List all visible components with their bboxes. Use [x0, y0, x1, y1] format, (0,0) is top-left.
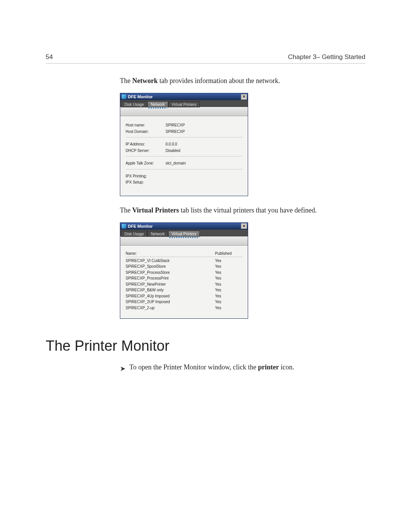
- toolstrip: [120, 107, 248, 116]
- arrow-icon: ➤: [120, 363, 126, 374]
- page-number: 54: [46, 53, 53, 61]
- tab-disk-usage[interactable]: Disk Usage: [121, 231, 147, 237]
- dfe-monitor-window-network: DFE Monitor ✕ Disk Usage Network Virtual…: [120, 93, 248, 196]
- network-panel: Host name:SPIRECXP Host Domain:SPIRECXP …: [120, 116, 248, 196]
- label: IP Address:: [126, 141, 166, 148]
- row-appletalk-zone: Apple Talk Zone:stcl_domain: [126, 160, 242, 167]
- vp-published: Yes: [215, 287, 242, 293]
- section-heading: The Printer Monitor: [46, 338, 365, 354]
- row-host-name: Host name:SPIRECXP: [126, 122, 242, 129]
- close-button[interactable]: ✕: [241, 223, 247, 229]
- titlebar: DFE Monitor ✕: [120, 223, 248, 230]
- vp-published: Yes: [215, 293, 242, 299]
- vp-published: Yes: [215, 275, 242, 281]
- value: stcl_domain: [166, 160, 242, 167]
- tab-virtual-printers[interactable]: Virtual Printers: [168, 101, 200, 107]
- value: SPIRECXP: [166, 122, 242, 129]
- vp-name: SPIRECXP_2-up: [126, 305, 215, 311]
- row-ipx-setup: IPX Setup:: [126, 179, 242, 186]
- tab-bar: Disk Usage Network Virtual Printers: [120, 230, 248, 236]
- label: Apple Talk Zone:: [126, 160, 166, 167]
- label: Host Domain:: [126, 129, 166, 135]
- vp-published: Yes: [215, 299, 242, 305]
- vp-name: SPIRECXP_SpoolStore: [126, 264, 215, 270]
- vp-name: SPIRECXP_ProcessPrint: [126, 275, 215, 281]
- chapter-title: Chapter 3– Getting Started: [288, 53, 365, 61]
- tab-network[interactable]: Network: [147, 101, 168, 107]
- table-row: SPIRECXP_2UP ImposedYes: [126, 299, 242, 305]
- text: tab provides information about the netwo…: [158, 77, 280, 85]
- app-icon: [122, 94, 126, 99]
- vp-table-body: SPIRECXP_VI Cut&StackYes SPIRECXP_SpoolS…: [126, 257, 242, 311]
- text-bold: Virtual Printers: [132, 206, 179, 214]
- document-page: 54 Chapter 3– Getting Started The Networ…: [0, 0, 411, 532]
- instruction-text: To open the Printer Monitor window, clic…: [129, 363, 294, 371]
- table-row: SPIRECXP_SpoolStoreYes: [126, 264, 242, 270]
- text: tab lists the virtual printers that you …: [179, 206, 317, 214]
- text-bold: Network: [132, 77, 158, 85]
- row-dhcp-server: DHCP Server:Disabled: [126, 148, 242, 154]
- titlebar: DFE Monitor ✕: [120, 93, 248, 100]
- col-published: Published: [215, 251, 242, 256]
- row-ipx-printing: IPX Printing:: [126, 173, 242, 180]
- table-row: SPIRECXP_ProcessStoreYes: [126, 270, 242, 276]
- vp-panel: Name: Published SPIRECXP_VI Cut&StackYes…: [120, 246, 248, 319]
- col-name: Name:: [126, 251, 215, 256]
- vp-published: Yes: [215, 270, 242, 276]
- tab-bar: Disk Usage Network Virtual Printers: [120, 100, 248, 107]
- text: To open the Printer Monitor window, clic…: [129, 363, 258, 371]
- vp-table-header: Name: Published: [126, 250, 242, 257]
- network-intro: The Network tab provides information abo…: [120, 76, 365, 86]
- vp-published: Yes: [215, 258, 242, 264]
- instruction: ➤ To open the Printer Monitor window, cl…: [120, 363, 365, 374]
- label: IPX Printing:: [126, 173, 166, 180]
- vp-published: Yes: [215, 281, 242, 288]
- window-title: DFE Monitor: [128, 94, 153, 99]
- vp-intro: The Virtual Printers tab lists the virtu…: [120, 205, 365, 216]
- value: [166, 179, 242, 186]
- tab-network[interactable]: Network: [147, 231, 168, 237]
- row-host-domain: Host Domain:SPIRECXP: [126, 129, 242, 135]
- label: Host name:: [126, 122, 166, 129]
- table-row: SPIRECXP_B&W onlyYes: [126, 287, 242, 293]
- vp-published: Yes: [215, 305, 242, 311]
- vp-name: SPIRECXP_4Up Imposed: [126, 293, 215, 299]
- table-row: SPIRECXP_NewPrinterYes: [126, 281, 242, 288]
- page-header: 54 Chapter 3– Getting Started: [46, 53, 365, 64]
- vp-name: SPIRECXP_NewPrinter: [126, 281, 215, 288]
- app-icon: [122, 224, 126, 228]
- row-ip-address: IP Address:0.0.0.0: [126, 141, 242, 148]
- tab-disk-usage[interactable]: Disk Usage: [121, 101, 147, 107]
- value: [166, 173, 242, 180]
- text: The: [120, 77, 132, 85]
- label: IPX Setup:: [126, 179, 166, 186]
- vp-name: SPIRECXP_2UP Imposed: [126, 299, 215, 305]
- table-row: SPIRECXP_2-upYes: [126, 305, 242, 311]
- close-button[interactable]: ✕: [241, 94, 247, 100]
- dfe-monitor-window-vp: DFE Monitor ✕ Disk Usage Network Virtual…: [120, 222, 248, 319]
- value: SPIRECXP: [166, 129, 242, 135]
- value: Disabled: [166, 148, 242, 154]
- text: The: [120, 206, 132, 214]
- text: icon.: [279, 363, 294, 371]
- window-title: DFE Monitor: [128, 224, 153, 228]
- vp-name: SPIRECXP_B&W only: [126, 287, 215, 293]
- table-row: SPIRECXP_4Up ImposedYes: [126, 293, 242, 299]
- label: DHCP Server:: [126, 148, 166, 154]
- tab-virtual-printers[interactable]: Virtual Printers: [168, 231, 200, 237]
- value: 0.0.0.0: [166, 141, 242, 148]
- vp-name: SPIRECXP_VI Cut&Stack: [126, 258, 215, 264]
- content-column: The Network tab provides information abo…: [120, 76, 365, 319]
- text-bold: printer: [258, 363, 279, 371]
- table-row: SPIRECXP_ProcessPrintYes: [126, 275, 242, 281]
- vp-name: SPIRECXP_ProcessStore: [126, 270, 215, 276]
- table-row: SPIRECXP_VI Cut&StackYes: [126, 258, 242, 264]
- vp-published: Yes: [215, 264, 242, 270]
